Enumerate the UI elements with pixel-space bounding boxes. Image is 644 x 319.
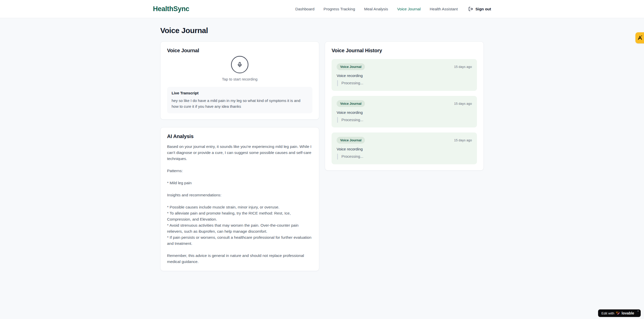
history-entry[interactable]: Voice Journal 15 days ago Voice recordin… [332,132,477,164]
entry-label: Voice recording [337,147,472,151]
heart-icon [616,311,620,315]
history-entry[interactable]: Voice Journal 15 days ago Voice recordin… [332,96,477,128]
history-card-title: Voice Journal History [332,48,477,54]
ai-analysis-body: Based on your journal entry, it sounds l… [167,144,312,265]
a-mark-icon [637,35,643,41]
voice-recorder-card: Voice Journal Tap to start recording Liv… [160,41,319,120]
left-column: Voice Journal Tap to start recording Liv… [160,41,319,271]
entry-status: Processing... [337,80,472,86]
entry-timestamp: 15 days ago [454,102,472,105]
history-entry[interactable]: Voice Journal 15 days ago Voice recordin… [332,59,477,91]
lovable-brand-label: lovable [622,311,634,315]
entry-status: Processing... [337,117,472,123]
nav-item-voice-journal[interactable]: Voice Journal [397,7,421,11]
right-column: Voice Journal History Voice Journal 15 d… [325,41,484,171]
entry-type-badge: Voice Journal [337,63,365,70]
ai-analysis-card: AI Analysis Based on your journal entry,… [160,127,319,271]
history-list: Voice Journal 15 days ago Voice recordin… [332,59,477,164]
entry-timestamp: 15 days ago [454,65,472,69]
sign-out-label: Sign out [475,7,491,11]
nav-item-meal-analysis[interactable]: Meal Analysis [364,7,388,11]
close-icon[interactable]: × [637,310,639,313]
record-button[interactable] [231,56,248,73]
sign-out-button[interactable]: Sign out [468,7,491,11]
live-transcript-box: Live Transcript hey so like I do have a … [167,87,312,113]
recorder-card-title: Voice Journal [167,48,312,54]
entry-type-badge: Voice Journal [337,100,365,107]
edit-with-label: Edit with [601,311,614,315]
top-navigation-bar: HealthSync Dashboard Progress Tracking M… [0,0,644,18]
record-hint-text: Tap to start recording [222,77,258,81]
entry-status: Processing... [337,154,472,160]
app-logo[interactable]: HealthSync [153,5,189,13]
entry-type-badge: Voice Journal [337,137,365,144]
main-nav: Dashboard Progress Tracking Meal Analysi… [295,7,491,11]
side-edge-widget-button[interactable] [635,32,644,43]
live-transcript-text: hey so like I do have a mild pain in my … [172,98,308,109]
main-content: Voice Journal Voice Journal Tap to start… [160,18,484,271]
edit-with-lovable-badge[interactable]: Edit with lovable × [598,309,641,317]
nav-item-progress-tracking[interactable]: Progress Tracking [324,7,355,11]
nav-item-dashboard[interactable]: Dashboard [295,7,314,11]
microphone-icon [237,62,243,67]
logout-icon [468,7,473,11]
voice-journal-history-card: Voice Journal History Voice Journal 15 d… [325,41,484,171]
entry-timestamp: 15 days ago [454,138,472,142]
entry-label: Voice recording [337,110,472,115]
page-title: Voice Journal [160,26,484,35]
nav-item-health-assistant[interactable]: Health Assistant [430,7,458,11]
live-transcript-title: Live Transcript [172,91,308,95]
ai-analysis-title: AI Analysis [167,134,312,139]
entry-label: Voice recording [337,73,472,78]
